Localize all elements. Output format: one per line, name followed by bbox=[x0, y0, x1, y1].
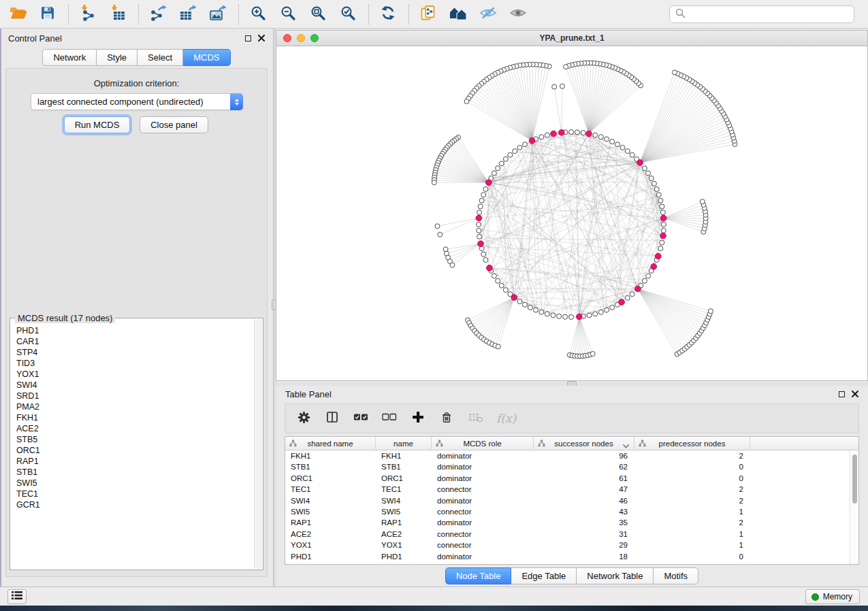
network-node[interactable] bbox=[499, 161, 504, 166]
import-table-button[interactable] bbox=[106, 3, 130, 25]
network-node[interactable] bbox=[660, 240, 664, 245]
cell-shared-name[interactable]: TEC1 bbox=[285, 484, 376, 495]
cell-mcds-role[interactable]: dominator bbox=[432, 551, 534, 562]
network-node[interactable] bbox=[432, 180, 436, 185]
mcds-result-item[interactable]: CAR1 bbox=[16, 336, 253, 347]
network-node[interactable] bbox=[658, 198, 663, 203]
cell-predecessor-nodes[interactable]: 0 bbox=[634, 461, 750, 472]
delete-column-button[interactable] bbox=[439, 410, 454, 427]
cell-predecessor-nodes[interactable]: 1 bbox=[634, 529, 750, 540]
mcds-result-item[interactable]: SWI4 bbox=[16, 380, 253, 391]
network-node[interactable] bbox=[654, 186, 659, 191]
mcds-result-item[interactable]: GCR1 bbox=[16, 499, 253, 510]
network-node[interactable] bbox=[605, 308, 609, 312]
network-node[interactable] bbox=[658, 246, 663, 251]
table-tab-edge-table[interactable]: Edge Table bbox=[511, 567, 577, 584]
refresh-view-button[interactable] bbox=[376, 3, 400, 25]
network-node[interactable] bbox=[610, 305, 615, 310]
first-neighbors-button[interactable] bbox=[446, 3, 470, 25]
tab-mcds[interactable]: MCDS bbox=[183, 49, 230, 66]
mcds-result-item[interactable]: STP4 bbox=[16, 347, 253, 358]
network-node[interactable] bbox=[557, 314, 562, 318]
network-node[interactable] bbox=[477, 222, 481, 227]
save-session-button[interactable] bbox=[35, 3, 60, 25]
network-hub-node[interactable] bbox=[558, 129, 564, 135]
network-node[interactable] bbox=[545, 133, 549, 137]
mcds-result-item[interactable]: ACE2 bbox=[16, 423, 253, 434]
network-node[interactable] bbox=[517, 145, 522, 150]
network-node[interactable] bbox=[483, 186, 488, 191]
mcds-result-item[interactable]: TEC1 bbox=[16, 489, 253, 499]
column-header-mcds-role[interactable]: MCDS role bbox=[432, 437, 534, 450]
delete-table-button[interactable] bbox=[468, 410, 483, 427]
criterion-dropdown[interactable]: largest connected component (undirected) bbox=[31, 93, 243, 110]
network-node[interactable] bbox=[649, 176, 654, 181]
mcds-result-item[interactable]: PMA2 bbox=[16, 401, 253, 412]
cell-mcds-role[interactable]: dominator bbox=[432, 495, 534, 506]
column-header-shared-name[interactable]: shared name bbox=[285, 437, 376, 450]
network-node[interactable] bbox=[630, 152, 634, 157]
network-window-titlebar[interactable]: YPA_prune.txt_1 bbox=[276, 31, 867, 46]
network-node[interactable] bbox=[533, 308, 538, 312]
mcds-result-item[interactable]: SRD1 bbox=[16, 391, 253, 401]
cell-name[interactable]: FKH1 bbox=[376, 450, 432, 461]
zoom-in-button[interactable] bbox=[246, 3, 270, 25]
mcds-result-item[interactable]: RAP1 bbox=[16, 456, 253, 467]
network-hub-node[interactable] bbox=[529, 137, 535, 144]
scrollbar-thumb[interactable] bbox=[852, 455, 857, 503]
zoom-fit-button[interactable] bbox=[306, 3, 330, 25]
search-input[interactable] bbox=[690, 10, 848, 20]
network-node[interactable] bbox=[438, 232, 443, 237]
run-mcds-button[interactable]: Run MCDS bbox=[64, 116, 130, 133]
column-header-successor-nodes[interactable]: successor nodes bbox=[534, 437, 634, 450]
cell-successor-nodes[interactable]: 96 bbox=[534, 450, 634, 461]
cell-successor-nodes[interactable]: 46 bbox=[534, 495, 634, 506]
network-node[interactable] bbox=[479, 198, 484, 203]
mcds-result-item[interactable]: STB5 bbox=[16, 434, 253, 445]
cell-predecessor-nodes[interactable]: 1 bbox=[634, 506, 750, 517]
network-hub-node[interactable] bbox=[551, 131, 557, 137]
cell-shared-name[interactable]: FKH1 bbox=[285, 450, 376, 461]
network-node[interactable] bbox=[545, 312, 549, 316]
tab-style[interactable]: Style bbox=[97, 49, 138, 66]
network-hub-node[interactable] bbox=[577, 314, 583, 320]
cell-mcds-role[interactable]: dominator bbox=[432, 461, 534, 472]
network-hub-node[interactable] bbox=[655, 253, 661, 259]
close-panel-button[interactable]: Close panel bbox=[140, 116, 208, 133]
import-network-button[interactable] bbox=[76, 3, 100, 25]
network-node[interactable] bbox=[496, 166, 500, 171]
network-node[interactable] bbox=[528, 305, 532, 310]
cell-mcds-role[interactable]: connector bbox=[432, 540, 534, 550]
network-node[interactable] bbox=[508, 152, 513, 157]
network-node[interactable] bbox=[660, 204, 664, 209]
mcds-result-item[interactable]: ORC1 bbox=[16, 445, 253, 456]
show-all-button[interactable] bbox=[506, 3, 530, 25]
deselect-all-button[interactable] bbox=[382, 410, 397, 427]
network-node[interactable] bbox=[477, 228, 481, 233]
network-node[interactable] bbox=[499, 283, 504, 288]
zoom-selected-button[interactable] bbox=[336, 3, 360, 25]
network-node[interactable] bbox=[481, 252, 486, 257]
cell-successor-nodes[interactable]: 18 bbox=[534, 551, 634, 562]
network-node[interactable] bbox=[605, 137, 609, 142]
network-node[interactable] bbox=[513, 149, 517, 154]
clone-network-button[interactable] bbox=[416, 3, 440, 25]
add-column-button[interactable] bbox=[411, 410, 425, 427]
search-box[interactable] bbox=[669, 5, 854, 23]
cell-name[interactable]: SWI5 bbox=[376, 506, 432, 517]
network-node[interactable] bbox=[563, 314, 568, 319]
network-hub-node[interactable] bbox=[511, 295, 517, 301]
network-node[interactable] bbox=[552, 84, 557, 89]
cell-shared-name[interactable]: RAP1 bbox=[285, 517, 376, 528]
network-node[interactable] bbox=[560, 84, 564, 88]
network-node[interactable] bbox=[661, 228, 666, 233]
network-node[interactable] bbox=[523, 142, 528, 147]
mcds-result-item[interactable]: TID3 bbox=[16, 358, 253, 369]
cell-name[interactable]: ORC1 bbox=[376, 473, 432, 484]
cell-name[interactable]: TEC1 bbox=[376, 484, 432, 495]
mcds-list-scrollbar[interactable] bbox=[254, 319, 262, 569]
network-node[interactable] bbox=[564, 65, 568, 69]
network-hub-node[interactable] bbox=[660, 215, 666, 221]
network-node[interactable] bbox=[646, 274, 651, 278]
cell-successor-nodes[interactable]: 62 bbox=[534, 461, 634, 472]
